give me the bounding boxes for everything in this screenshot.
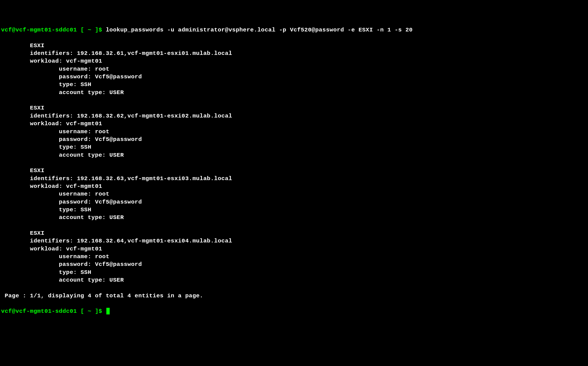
entry-username: username: root <box>59 253 109 260</box>
entry-identifiers: identifiers: 192.168.32.62,vcf-mgmt01-es… <box>30 113 232 119</box>
terminal-window[interactable]: vcf@vcf-mgmt01-sddc01 [ ~ ]$ lookup_pass… <box>1 26 587 316</box>
entry-workload: workload: vcf-mgmt01 <box>30 58 102 64</box>
output-entry-3: ESXI identifiers: 192.168.32.63,vcf-mgmt… <box>1 167 232 221</box>
output-entry-1: ESXI identifiers: 192.168.32.61,vcf-mgmt… <box>1 42 232 96</box>
entry-workload: workload: vcf-mgmt01 <box>30 246 102 252</box>
command-line: lookup_passwords -u administrator@vspher… <box>106 27 413 33</box>
entry-header: ESXI <box>30 230 44 236</box>
entry-header: ESXI <box>30 42 44 49</box>
entry-password: password: Vcf5@password <box>59 199 142 205</box>
cursor-icon <box>106 308 110 314</box>
entry-username: username: root <box>59 191 109 197</box>
entry-type: type: SSH <box>59 144 91 150</box>
entry-password: password: Vcf5@password <box>59 136 142 143</box>
entry-username: username: root <box>59 129 109 135</box>
entry-type: type: SSH <box>59 269 91 276</box>
entry-identifiers: identifiers: 192.168.32.64,vcf-mgmt01-es… <box>30 238 232 244</box>
entry-account-type: account type: USER <box>59 152 124 158</box>
output-entry-2: ESXI identifiers: 192.168.32.62,vcf-mgmt… <box>1 105 232 158</box>
entry-password: password: Vcf5@password <box>59 261 142 268</box>
pagination-info: Page : 1/1, displaying 4 of total 4 enti… <box>1 293 203 299</box>
entry-header: ESXI <box>30 105 44 111</box>
entry-account-type: account type: USER <box>59 277 124 283</box>
shell-prompt-user-host: vcf@vcf-mgmt01-sddc01 <box>1 308 77 314</box>
entry-account-type: account type: USER <box>59 89 124 96</box>
shell-prompt-user-host: vcf@vcf-mgmt01-sddc01 <box>1 27 77 33</box>
shell-prompt-path: [ ~ ]$ <box>77 308 106 314</box>
entry-password: password: Vcf5@password <box>59 74 142 80</box>
entry-type: type: SSH <box>59 207 91 213</box>
entry-workload: workload: vcf-mgmt01 <box>30 183 102 189</box>
entry-identifiers: identifiers: 192.168.32.63,vcf-mgmt01-es… <box>30 175 232 182</box>
entry-header: ESXI <box>30 167 44 174</box>
entry-workload: workload: vcf-mgmt01 <box>30 121 102 127</box>
output-entry-4: ESXI identifiers: 192.168.32.64,vcf-mgmt… <box>1 230 232 283</box>
entry-account-type: account type: USER <box>59 214 124 221</box>
entry-identifiers: identifiers: 192.168.32.61,vcf-mgmt01-es… <box>30 50 232 57</box>
entry-type: type: SSH <box>59 81 91 88</box>
shell-prompt-path: [ ~ ]$ <box>77 27 106 33</box>
entry-username: username: root <box>59 66 109 72</box>
